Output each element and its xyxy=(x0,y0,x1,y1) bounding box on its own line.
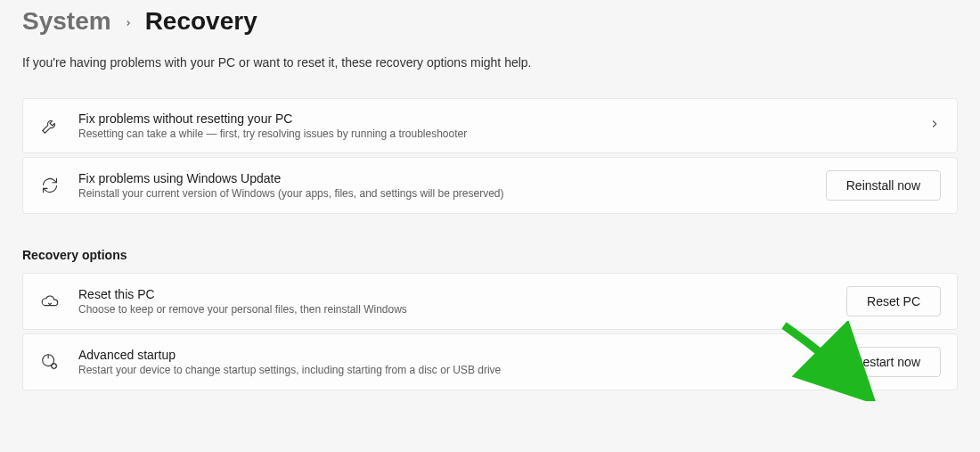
recovery-options-header: Recovery options xyxy=(22,248,958,262)
advanced-startup-title: Advanced startup xyxy=(78,348,815,362)
fix-without-reset-title: Fix problems without resetting your PC xyxy=(78,111,911,126)
chevron-right-icon xyxy=(124,13,133,32)
reinstall-now-button[interactable]: Reinstall now xyxy=(826,170,941,201)
reset-pc-card: Reset this PC Choose to keep or remove y… xyxy=(22,273,958,330)
cloud-reset-icon xyxy=(39,291,61,312)
fix-without-reset-subtitle: Resetting can take a while — first, try … xyxy=(78,127,911,140)
reset-pc-button[interactable]: Reset PC xyxy=(846,286,941,316)
page-description: If you're having problems with your PC o… xyxy=(22,55,958,70)
sync-icon xyxy=(39,175,61,196)
fix-without-reset-card[interactable]: Fix problems without resetting your PC R… xyxy=(22,98,958,153)
reset-pc-subtitle: Choose to keep or remove your personal f… xyxy=(78,303,829,316)
chevron-right-icon xyxy=(928,118,941,134)
fix-with-update-title: Fix problems using Windows Update xyxy=(78,171,808,185)
page-title: Recovery xyxy=(145,7,257,36)
breadcrumb: System Recovery xyxy=(22,7,958,36)
fix-with-update-subtitle: Reinstall your current version of Window… xyxy=(78,187,808,200)
breadcrumb-parent[interactable]: System xyxy=(22,7,111,36)
advanced-startup-card: Advanced startup Restart your device to … xyxy=(22,333,958,390)
advanced-startup-subtitle: Restart your device to change startup se… xyxy=(78,364,815,376)
reset-pc-title: Reset this PC xyxy=(78,287,829,301)
fix-with-update-card: Fix problems using Windows Update Reinst… xyxy=(22,157,958,214)
restart-now-button[interactable]: Restart now xyxy=(833,347,941,377)
power-gear-icon xyxy=(39,351,61,373)
wrench-icon xyxy=(39,115,61,136)
